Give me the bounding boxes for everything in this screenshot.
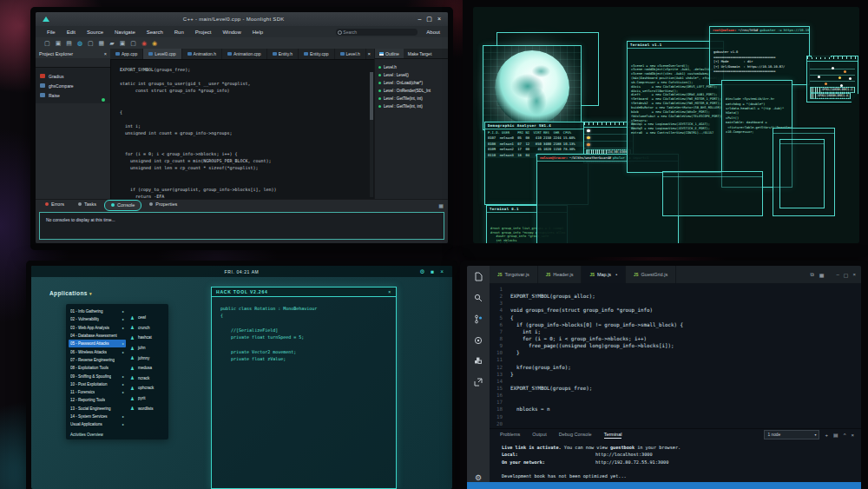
close-button[interactable]: × bbox=[437, 16, 441, 23]
panel-tab[interactable]: Output bbox=[532, 432, 547, 439]
editor-tab[interactable]: Animation.h bbox=[182, 49, 222, 59]
tab-outline[interactable]: Outline bbox=[375, 49, 404, 58]
editor-tab[interactable]: JS GuestGrid.js bbox=[626, 266, 676, 283]
menu-item[interactable]: File bbox=[47, 30, 56, 35]
menu-category-item[interactable]: 01 - Info Gathering ▸ bbox=[69, 307, 126, 315]
hack-tool-close-icon[interactable]: × bbox=[388, 289, 391, 294]
menu-category-item[interactable]: Usual Applications ▸ bbox=[69, 420, 126, 428]
editor-tab[interactable]: JS Map.js bbox=[582, 266, 626, 283]
close-icon[interactable]: × bbox=[440, 268, 444, 275]
menu-item[interactable]: Window bbox=[222, 30, 240, 35]
tool-item[interactable]: ♟ john bbox=[130, 343, 167, 354]
settings-gear-icon[interactable]: ⚙ bbox=[467, 473, 490, 482]
panel-tab[interactable]: Terminal bbox=[604, 432, 622, 439]
editor-tab[interactable]: JS Header.js bbox=[538, 266, 582, 283]
toolbar-icon[interactable]: ▤ bbox=[66, 40, 72, 47]
outline-item[interactable]: Level : Level() bbox=[378, 71, 448, 79]
toolbar-icon[interactable]: ◉ bbox=[141, 40, 147, 47]
split-terminal-icon[interactable]: ▤ bbox=[833, 432, 838, 438]
menu-category-item[interactable]: 04 - Database Assessment bbox=[69, 332, 126, 340]
menu-category-item[interactable]: 12 - Reporting Tools bbox=[69, 396, 126, 404]
editor-tab[interactable]: JS Torgotvar.js bbox=[490, 266, 538, 283]
code-editor[interactable]: EXPORT_SYMBOL(groups_alloc);void groups_… bbox=[490, 283, 861, 431]
tool-item[interactable]: ♟ hashcat bbox=[130, 333, 167, 343]
editor-scrollbar[interactable] bbox=[370, 72, 373, 197]
close-button[interactable]: × bbox=[852, 272, 856, 278]
toolbar-icon[interactable]: ▢ bbox=[44, 40, 50, 47]
maximize-button[interactable]: ▢ bbox=[844, 272, 849, 278]
panel-grid-icon[interactable]: ▦ bbox=[438, 202, 444, 208]
hack-tool-code[interactable]: public class Rotation : MonoBehaviour { … bbox=[212, 297, 396, 362]
layout-icon[interactable]: ▦ bbox=[819, 272, 825, 278]
search-input[interactable]: Search bbox=[336, 29, 418, 36]
panel-tab[interactable]: Problems bbox=[500, 432, 520, 439]
menu-category-item[interactable]: 09 - Sniffing & Spoofing ▸ bbox=[69, 372, 126, 380]
menu-category-item[interactable]: 14 - System Services ▸ bbox=[69, 413, 126, 420]
search-icon[interactable] bbox=[474, 294, 483, 302]
outline-item[interactable]: Level : OnLoad(char*) bbox=[378, 79, 448, 87]
tool-item[interactable]: ♟ medusa bbox=[130, 363, 167, 373]
close-panel-icon[interactable]: × bbox=[851, 433, 854, 438]
menu-item[interactable]: Project bbox=[195, 30, 212, 35]
minimize-button[interactable]: – bbox=[836, 272, 838, 278]
toolbar-icon[interactable]: ▢ bbox=[130, 40, 136, 47]
tool-item[interactable]: ♟ ophcrack bbox=[130, 383, 167, 393]
menu-category-item[interactable]: 13 - Social Engineering bbox=[69, 405, 126, 413]
minimize-button[interactable]: – bbox=[418, 16, 421, 23]
new-terminal-icon[interactable]: + bbox=[825, 433, 828, 438]
debug-icon[interactable] bbox=[474, 336, 483, 345]
source-control-icon[interactable] bbox=[474, 314, 483, 324]
editor-tab[interactable]: Entity.cpp bbox=[299, 49, 335, 59]
terminal-output[interactable]: Live link is activate. You can now view … bbox=[502, 444, 856, 482]
panel-tab[interactable]: Console bbox=[104, 200, 141, 211]
project-item[interactable]: Raise bbox=[36, 90, 110, 100]
tool-item[interactable]: ♟ cewl bbox=[130, 313, 167, 323]
toolbar-icon[interactable]: ▦ bbox=[99, 40, 105, 47]
outline-item[interactable]: Level : GetTile(int, int) bbox=[378, 102, 448, 110]
menu-category-item[interactable]: 02 - Vulnerability ▸ bbox=[69, 315, 126, 323]
live-share-icon[interactable] bbox=[474, 378, 483, 387]
menu-item[interactable]: Search bbox=[147, 30, 163, 35]
menu-category-item[interactable]: 11 - Forensics ▸ bbox=[69, 388, 126, 396]
panel-tab[interactable]: Tasks bbox=[72, 200, 102, 209]
code-editor[interactable]: EXPORT_SYMBOL(groups_free); static int g… bbox=[110, 59, 375, 200]
tab-make-target[interactable]: Make Target bbox=[404, 49, 436, 58]
editor-tab[interactable]: Level0.cpp bbox=[143, 49, 181, 59]
project-item[interactable]: Gradius bbox=[36, 71, 110, 81]
panel-tab[interactable]: Debug Console bbox=[559, 432, 592, 439]
menu-item[interactable]: Navigate bbox=[115, 30, 135, 35]
project-explorer-close-icon[interactable]: × bbox=[104, 51, 107, 56]
menu-category-item[interactable]: 07 - Reverse Engineering bbox=[69, 356, 126, 364]
tool-item[interactable]: ♟ crunch bbox=[130, 323, 167, 334]
outline-item[interactable]: Level : GetTile(int, int) bbox=[378, 95, 448, 102]
shell-select-dropdown[interactable]: 1 node▾ bbox=[764, 430, 819, 439]
tool-item[interactable]: ♟ johnny bbox=[130, 353, 167, 363]
file-explorer-icon[interactable] bbox=[474, 272, 483, 281]
editor-tab[interactable]: Entity.h bbox=[267, 49, 299, 59]
menu-category-item[interactable]: 08 - Exploitation Tools bbox=[69, 364, 126, 372]
maximize-button[interactable]: ▢ bbox=[426, 16, 432, 23]
editor-tab[interactable]: Level.h bbox=[335, 49, 366, 59]
activities-overview-link[interactable]: Activities Overview bbox=[70, 433, 103, 437]
maximize-panel-icon[interactable]: ^ bbox=[844, 433, 846, 438]
menu-category-item[interactable]: 10 - Post Exploitation ▸ bbox=[69, 380, 126, 388]
editor-tab[interactable]: App.cpp bbox=[110, 49, 143, 59]
menu-item[interactable]: Source bbox=[87, 30, 103, 35]
toolbar-icon[interactable]: ◉ bbox=[152, 40, 157, 47]
toolbar-icon[interactable]: ▣ bbox=[120, 40, 126, 47]
split-editor-icon[interactable]: ⧉ bbox=[811, 272, 814, 278]
menu-category-item[interactable]: 06 - Wireless Attacks ▸ bbox=[69, 347, 126, 355]
editor-tab[interactable]: Animation.cpp bbox=[222, 49, 267, 59]
about-menu-item[interactable]: About bbox=[426, 30, 440, 35]
menu-category-item[interactable]: 05 - Password Attacks ▸ bbox=[69, 340, 126, 347]
extensions-icon[interactable] bbox=[474, 357, 483, 366]
toolbar-icon[interactable]: ▣ bbox=[56, 40, 62, 47]
tool-item[interactable]: ♟ pyrit bbox=[130, 393, 167, 404]
menu-item[interactable]: Help bbox=[253, 30, 263, 35]
menu-category-item[interactable]: 03 - Web App Analysis ▸ bbox=[69, 324, 126, 332]
toolbar-icon[interactable]: ▰ bbox=[109, 40, 114, 47]
project-item[interactable]: ghsCompare bbox=[36, 81, 110, 90]
toolbar-icon[interactable]: ▢ bbox=[88, 40, 94, 47]
panel-tab[interactable]: Errors bbox=[39, 200, 70, 209]
tool-item[interactable]: ♟ ncrack bbox=[130, 373, 167, 384]
